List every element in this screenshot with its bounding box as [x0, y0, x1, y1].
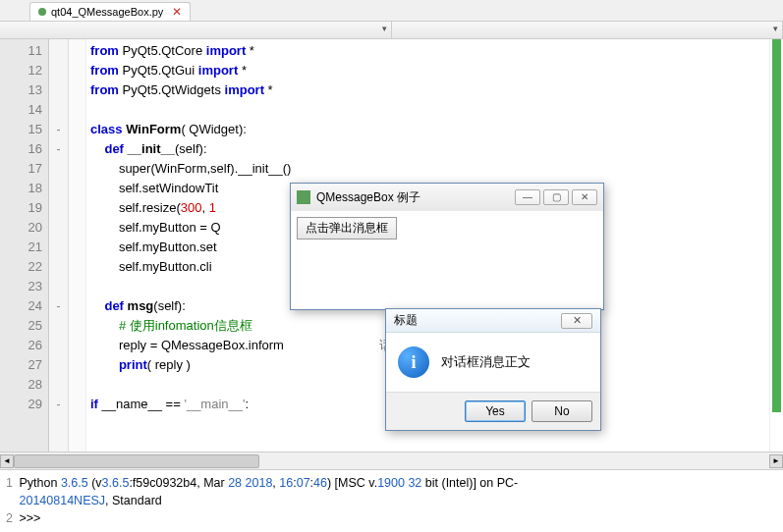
window-title: QMessageBox 例子 [316, 189, 420, 206]
python-console[interactable]: 1 Python 3.6.5 (v3.6.5:f59c0932b4, Mar 2… [0, 469, 783, 531]
close-tab-icon[interactable]: ✕ [172, 5, 182, 19]
scope-dropdown[interactable]: ▾ [0, 22, 392, 38]
member-dropdown[interactable]: ▾ [392, 22, 784, 38]
tab-filename: qt04_QMessageBox.py [51, 6, 163, 18]
scroll-thumb[interactable] [14, 454, 259, 468]
chevron-down-icon: ▾ [773, 24, 778, 33]
console-prompt[interactable]: 2 >>> [6, 509, 777, 527]
chevron-down-icon: ▾ [382, 24, 387, 33]
no-button[interactable]: No [531, 400, 592, 422]
msgbox-text: 对话框消息正文 [441, 353, 531, 371]
msgbox-titlebar[interactable]: 标题 ✕ [386, 309, 600, 333]
tab-bar: qt04_QMessageBox.py ✕ [0, 0, 783, 22]
console-line: 20140814NESJ, Standard [6, 492, 777, 509]
msgbox-title: 标题 [394, 312, 418, 329]
console-line: 1 Python 3.6.5 (v3.6.5:f59c0932b4, Mar 2… [6, 474, 777, 492]
app-icon [297, 190, 310, 204]
demo-window[interactable]: QMessageBox 例子 — ▢ ✕ 点击弹出消息框 [290, 183, 604, 310]
bookmark-gutter [69, 39, 86, 452]
message-box[interactable]: 标题 ✕ i 对话框消息正文 Yes No [385, 308, 601, 431]
maximize-button[interactable]: ▢ [543, 189, 569, 205]
msgbox-close-button[interactable]: ✕ [561, 313, 592, 329]
popup-button[interactable]: 点击弹出消息框 [297, 217, 397, 239]
change-marker-strip [769, 39, 783, 452]
minimize-button[interactable]: — [515, 189, 540, 205]
info-icon: i [398, 346, 429, 378]
file-tab[interactable]: qt04_QMessageBox.py ✕ [29, 2, 191, 21]
scroll-right-arrow[interactable]: ► [769, 454, 783, 468]
line-number-gutter: 11121314151617181920212223242526272829 [0, 39, 49, 452]
yes-button[interactable]: Yes [465, 400, 526, 422]
horizontal-scrollbar[interactable]: ◄ ► [0, 452, 783, 469]
fold-gutter[interactable]: ---- [49, 39, 69, 452]
window-titlebar[interactable]: QMessageBox 例子 — ▢ ✕ [291, 184, 603, 211]
close-button[interactable]: ✕ [572, 189, 597, 205]
file-icon [38, 8, 46, 16]
scroll-left-arrow[interactable]: ◄ [0, 454, 14, 468]
navigator-toolbar: ▾ ▾ [0, 22, 783, 39]
